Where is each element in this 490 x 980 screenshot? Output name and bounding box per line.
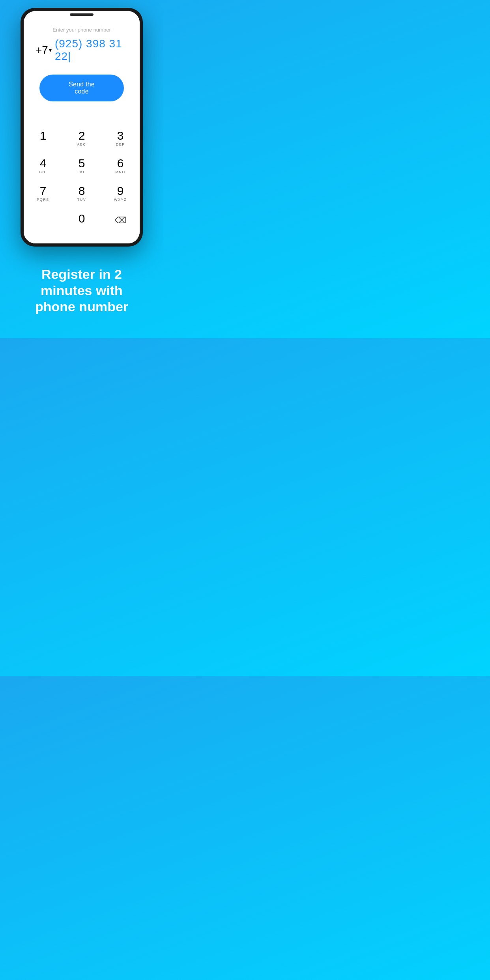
dropdown-arrow-icon: ▾ xyxy=(49,47,52,53)
dialpad-key-2[interactable]: 2 ABC xyxy=(66,125,97,150)
country-code-selector[interactable]: +7 ▾ xyxy=(36,44,52,56)
footer-text-container: Register in 2 minutes with phone number xyxy=(0,247,163,338)
dialpad-key-5[interactable]: 5 JKL xyxy=(66,153,97,178)
key-number-3: 3 xyxy=(117,129,124,142)
key-number-7: 7 xyxy=(40,184,47,197)
phone-number-display[interactable]: (925) 398 31 22| xyxy=(55,37,128,63)
screen-top: Enter your phone number +7 ▾ (925) 398 3… xyxy=(24,11,140,121)
country-code-value: +7 xyxy=(36,44,48,56)
dialpad-key-1[interactable]: 1 xyxy=(27,125,59,150)
key-letters-4: GHI xyxy=(39,170,47,174)
phone-input-row: +7 ▾ (925) 398 31 22| xyxy=(32,37,132,63)
key-letters-7: PQRS xyxy=(37,198,49,202)
dialpad-key-7[interactable]: 7 PQRS xyxy=(27,180,59,206)
dialpad-key-9[interactable]: 9 WXYZ xyxy=(105,180,136,206)
dialpad-key-8[interactable]: 8 TUV xyxy=(66,180,97,206)
phone-screen: Enter your phone number +7 ▾ (925) 398 3… xyxy=(24,11,140,243)
key-number-2: 2 xyxy=(79,129,85,142)
dialpad-row-4: 0 ⌫ xyxy=(24,208,140,233)
key-letters-8: TUV xyxy=(77,198,86,202)
send-code-button[interactable]: Send the code xyxy=(39,75,124,101)
backspace-icon: ⌫ xyxy=(114,215,127,226)
key-number-5: 5 xyxy=(79,157,85,170)
key-number-8: 8 xyxy=(79,184,85,197)
phone-label: Enter your phone number xyxy=(32,27,132,33)
key-letters-5: JKL xyxy=(78,170,86,174)
dialpad-key-4[interactable]: 4 GHI xyxy=(27,153,59,178)
phone-wrapper: Enter your phone number +7 ▾ (925) 398 3… xyxy=(0,0,163,247)
key-number-0: 0 xyxy=(79,212,85,225)
dialpad-key-3[interactable]: 3 DEF xyxy=(105,125,136,150)
key-letters-3: DEF xyxy=(116,142,125,146)
send-btn-container: Send the code xyxy=(32,71,132,113)
key-number-9: 9 xyxy=(117,184,124,197)
dialpad-row-3: 7 PQRS 8 TUV 9 WXYZ xyxy=(24,180,140,206)
key-number-1: 1 xyxy=(40,129,47,142)
key-number-6: 6 xyxy=(117,157,124,170)
dialpad-row-2: 4 GHI 5 JKL 6 MNO xyxy=(24,153,140,178)
key-letters-9: WXYZ xyxy=(114,198,127,202)
footer-heading: Register in 2 minutes with phone number xyxy=(24,266,140,314)
dialpad-key-0[interactable]: 0 xyxy=(66,208,97,233)
dialpad-row-1: 1 2 ABC 3 DEF xyxy=(24,125,140,150)
key-letters-2: ABC xyxy=(77,142,86,146)
dialpad: 1 2 ABC 3 DEF 4 GHI xyxy=(24,121,140,243)
key-letters-6: MNO xyxy=(115,170,125,174)
phone-device: Enter your phone number +7 ▾ (925) 398 3… xyxy=(21,8,143,247)
dialpad-key-6[interactable]: 6 MNO xyxy=(105,153,136,178)
dialpad-backspace-button[interactable]: ⌫ xyxy=(105,208,136,233)
key-number-4: 4 xyxy=(40,157,47,170)
